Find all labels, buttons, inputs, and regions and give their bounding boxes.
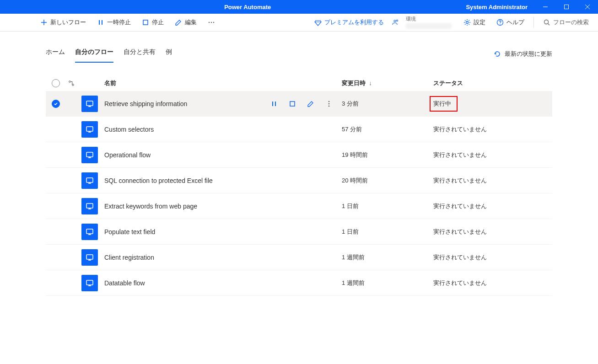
svg-point-14 xyxy=(466,21,469,24)
help-label: ヘルプ xyxy=(506,18,524,27)
table-header: 名前 変更日時 ↓ ステータス xyxy=(46,75,552,91)
svg-rect-30 xyxy=(86,127,93,131)
svg-line-18 xyxy=(548,24,550,26)
svg-rect-39 xyxy=(86,203,93,208)
stop-action-icon[interactable] xyxy=(289,100,296,107)
svg-point-12 xyxy=(394,20,396,22)
svg-point-28 xyxy=(329,103,330,104)
svg-rect-33 xyxy=(86,152,93,157)
table-row[interactable]: Retrieve shipping information 3 分前 実行中 xyxy=(46,91,552,117)
svg-rect-26 xyxy=(290,102,295,106)
flow-name[interactable]: Custom selectors xyxy=(102,126,250,133)
refresh-button[interactable]: 最新の状態に更新 xyxy=(494,50,552,58)
plus-icon xyxy=(40,19,48,26)
flow-type-icon-header xyxy=(66,80,77,86)
status-cell: 実行されていません xyxy=(433,279,552,287)
modified-cell: 20 時間前 xyxy=(342,177,433,185)
search-placeholder: フローの検索 xyxy=(553,18,589,27)
svg-point-11 xyxy=(213,22,214,23)
table-row[interactable]: Populate text field 1 日前 実行されていません xyxy=(46,219,552,245)
modified-cell: 57 分前 xyxy=(342,125,433,134)
svg-rect-45 xyxy=(86,255,93,259)
tab-my-flows[interactable]: 自分のフロー xyxy=(75,45,113,63)
help-button[interactable]: ヘルプ xyxy=(493,16,528,28)
svg-point-13 xyxy=(397,20,398,21)
title-bar: Power Automate System Administrator xyxy=(0,0,598,14)
app-title: Power Automate xyxy=(37,4,458,11)
more-horizontal-icon xyxy=(208,19,215,26)
flow-name[interactable]: Datatable flow xyxy=(102,279,250,287)
status-cell: 実行されていません xyxy=(433,228,552,236)
close-button[interactable] xyxy=(577,0,598,14)
minimize-button[interactable] xyxy=(535,0,556,14)
status-text: 実行されていません xyxy=(433,126,487,133)
refresh-icon xyxy=(494,50,501,58)
maximize-button[interactable] xyxy=(556,0,577,14)
pause-icon xyxy=(97,19,104,26)
premium-button[interactable]: プレミアムを利用する xyxy=(311,16,388,28)
table-row[interactable]: Operational flow 19 時間前 実行されていません xyxy=(46,142,552,168)
tab-home[interactable]: ホーム xyxy=(46,45,65,63)
flow-name[interactable]: SQL connection to protected Excel file xyxy=(102,177,250,184)
stop-button[interactable]: 停止 xyxy=(138,16,167,28)
settings-button[interactable]: 設定 xyxy=(460,16,489,28)
pause-action-icon[interactable] xyxy=(270,100,278,107)
help-icon xyxy=(496,19,504,26)
table-row[interactable]: Extract keywords from web page 1 日前 実行され… xyxy=(46,193,552,219)
tab-examples[interactable]: 例 xyxy=(166,45,172,63)
flow-name[interactable]: Operational flow xyxy=(102,151,250,159)
table-row[interactable]: Client registration 1 週間前 実行されていません xyxy=(46,245,552,270)
pause-button[interactable]: 一時停止 xyxy=(93,16,135,28)
flow-name[interactable]: Populate text field xyxy=(102,228,250,236)
flow-name[interactable]: Retrieve shipping information xyxy=(102,100,250,107)
svg-rect-1 xyxy=(565,5,569,9)
table-row[interactable]: Datatable flow 1 週間前 実行されていません xyxy=(46,270,552,296)
refresh-label: 最新の状態に更新 xyxy=(505,50,552,58)
org-icon xyxy=(391,19,399,26)
svg-point-29 xyxy=(329,105,330,107)
status-cell: 実行されていません xyxy=(433,125,552,134)
row-more-icon[interactable] xyxy=(325,100,333,107)
flow-name[interactable]: Client registration xyxy=(102,254,250,261)
status-cell: 実行されていません xyxy=(433,253,552,262)
edit-action-icon[interactable] xyxy=(307,100,314,107)
toolbar: 新しいフロー 一時停止 停止 編集 プレミアムを利用する 環境 設定 ヘルプ フ… xyxy=(0,14,598,32)
row-checkbox[interactable] xyxy=(46,100,66,108)
sort-down-icon: ↓ xyxy=(369,80,372,86)
new-flow-label: 新しいフロー xyxy=(50,18,86,27)
svg-rect-36 xyxy=(86,178,93,182)
svg-rect-8 xyxy=(143,20,148,25)
status-text: 実行されていません xyxy=(433,279,487,286)
flow-icon xyxy=(81,275,98,291)
flow-name[interactable]: Extract keywords from web page xyxy=(102,203,250,210)
toolbar-divider xyxy=(533,17,534,28)
select-all-checkbox[interactable] xyxy=(46,79,66,87)
flow-icon xyxy=(81,198,98,214)
edit-button[interactable]: 編集 xyxy=(171,16,200,28)
search-icon xyxy=(543,19,550,26)
new-flow-button[interactable]: 新しいフロー xyxy=(37,16,90,28)
search-flows[interactable]: フローの検索 xyxy=(539,16,593,28)
svg-point-17 xyxy=(544,20,549,24)
column-modified[interactable]: 変更日時 ↓ xyxy=(342,79,433,87)
more-menu-button[interactable] xyxy=(204,17,219,28)
column-status[interactable]: ステータス xyxy=(433,79,552,87)
edit-icon xyxy=(175,19,182,26)
modified-cell: 3 分前 xyxy=(342,100,433,108)
status-text: 実行されていません xyxy=(433,151,487,158)
svg-rect-21 xyxy=(86,101,93,106)
flow-icon xyxy=(81,147,98,163)
env-label: 環境 xyxy=(406,16,452,22)
column-name[interactable]: 名前 xyxy=(102,79,250,87)
status-cell: 実行中 xyxy=(433,96,552,112)
table-row[interactable]: SQL connection to protected Excel file 2… xyxy=(46,168,552,193)
user-name[interactable]: System Administrator xyxy=(458,4,535,11)
environment-picker[interactable]: 環境 xyxy=(391,16,456,28)
tab-shared[interactable]: 自分と共有 xyxy=(124,45,156,63)
status-text: 実行されていません xyxy=(433,254,487,261)
stop-label: 停止 xyxy=(152,18,164,27)
status-text: 実行中 xyxy=(430,96,458,112)
table-row[interactable]: Custom selectors 57 分前 実行されていません xyxy=(46,117,552,142)
status-cell: 実行されていません xyxy=(433,177,552,185)
stop-icon xyxy=(142,19,149,26)
